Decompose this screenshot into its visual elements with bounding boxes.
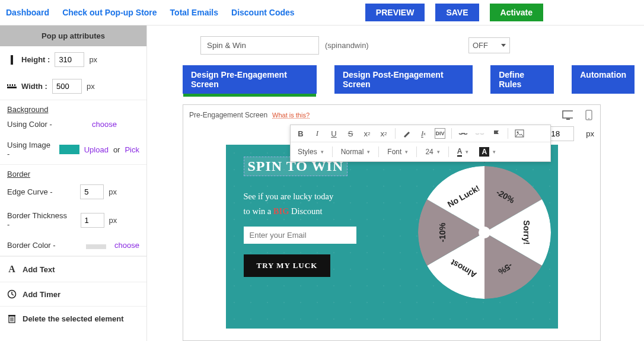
border-color-row: Border Color - choose [0,235,146,256]
sidebar: Pop up attributes Height : px Width : px… [0,26,147,341]
pick-link[interactable]: Pick [125,145,139,154]
popup-name-input[interactable] [200,36,319,55]
popup-canvas[interactable]: SPIN TO WIN See if you are lucky today t… [226,145,558,329]
text-color-select[interactable]: A▾ [455,145,471,158]
nav-popup-store[interactable]: Check out Pop-up Store [62,8,157,17]
width-unit: px [87,82,95,91]
chevron-down-icon [501,44,506,47]
svg-rect-0 [11,55,13,65]
using-image-row: Using Image - Upload or Pick [0,135,146,165]
italic-icon[interactable]: I [312,128,323,139]
border-thickness-input[interactable] [81,213,104,228]
delete-element-action[interactable]: Delete the selected element [0,306,146,330]
wheel-slice-label: -10% [438,222,447,242]
format-select[interactable]: Normal▾ [339,146,373,158]
styles-select[interactable]: Styles▾ [295,146,326,158]
height-row: Height : px [0,46,146,73]
stage: Pre-Engagement Screen What is this? Whee… [183,104,601,341]
save-button[interactable]: SAVE [435,4,479,21]
size-select[interactable]: 24▾ [423,146,442,158]
popup-subtitle[interactable]: See if you are lucky today to win a BIG … [244,189,392,218]
tab-design-post[interactable]: Design Post-Engagement Screen [334,65,473,94]
strike-icon[interactable]: S [345,128,356,139]
top-bar: Dashboard Check out Pop-up Store Total E… [0,0,644,26]
font-size-unit: px [586,129,594,138]
border-section: Border [0,165,146,179]
add-text-action[interactable]: A Add Text [0,256,146,282]
edge-curve-row: Edge Curve - px [0,179,146,205]
height-input[interactable] [55,52,84,67]
paint-icon[interactable] [401,128,412,139]
using-color-row: Using Color - choose [0,114,146,135]
bold-icon[interactable]: B [295,128,306,139]
wheel-hub [479,227,490,238]
nav-discount-codes[interactable]: Discount Codes [231,8,295,17]
width-input[interactable] [52,79,82,94]
svg-rect-8 [8,315,15,316]
image-icon[interactable] [514,128,525,139]
tab-define-rules[interactable]: Define Rules [490,65,554,94]
tab-row: Design Pre-Engagement Screen Design Post… [183,65,635,94]
trash-icon [7,314,17,323]
upload-link[interactable]: Upload [84,145,109,154]
text-icon: A [7,264,17,275]
border-thickness-unit: px [109,216,117,225]
tab-design-pre[interactable]: Design Pre-Engagement Screen [183,65,317,94]
svg-rect-5 [14,84,15,86]
svg-rect-1 [7,87,17,88]
edge-curve-input[interactable] [80,184,104,199]
top-actions: PREVIEW SAVE Activate [365,4,638,21]
add-timer-action[interactable]: Add Timer [0,282,146,306]
nav-total-emails[interactable]: Total Emails [170,8,218,17]
tab-automation[interactable]: Automation [572,65,635,94]
stage-title: Pre-Engagement Screen [189,111,267,119]
add-text-label: Add Text [23,265,55,274]
using-image-label: Using Image - [7,141,55,158]
link-icon[interactable] [458,128,468,139]
height-label: Height : [21,55,50,64]
border-color-label: Border Color - [7,241,56,250]
svg-rect-3 [9,84,11,86]
width-label: Width : [21,82,47,91]
underline-icon[interactable]: U [329,128,339,139]
height-icon [7,55,17,65]
email-input[interactable] [244,227,356,244]
what-is-this-link[interactable]: What is this? [272,111,310,119]
width-icon [7,83,17,90]
image-swatch [59,145,79,154]
status-select[interactable]: OFF [468,37,510,53]
unlink-icon[interactable] [474,128,485,139]
border-thickness-label: Border Thickness - [7,211,71,229]
wheel[interactable]: -20%Sorry!-5%Almost-10%No Luck! [418,155,551,299]
nav-dashboard[interactable]: Dashboard [6,8,49,17]
svg-rect-14 [566,119,570,120]
font-select[interactable]: Font▾ [385,146,410,158]
choose-border-color[interactable]: choose [114,241,139,250]
desktop-icon[interactable] [562,110,573,120]
font-size-input[interactable] [547,126,574,141]
wheel-slice-label: Sorry! [521,220,531,244]
bg-color-select[interactable]: A▾ [477,145,498,158]
or-text: or [113,145,120,154]
subscript-icon[interactable]: x2 [362,128,372,139]
edge-curve-label: Edge Curve - [7,187,53,196]
preview-button[interactable]: PREVIEW [365,4,425,21]
flag-icon[interactable] [491,128,502,139]
using-color-label: Using Color - [7,120,52,129]
div-icon[interactable]: DIV [435,128,445,139]
choose-color-link[interactable]: choose [92,120,117,129]
clear-format-icon[interactable]: Ix [418,128,429,139]
clock-icon [7,289,17,299]
delete-element-label: Delete the selected element [23,314,124,323]
superscript-icon[interactable]: x2 [378,128,389,139]
mobile-icon[interactable] [584,110,594,120]
add-timer-label: Add Timer [23,290,60,299]
svg-rect-4 [12,84,13,86]
content: (spinandwin) OFF Design Pre-Engagement S… [147,26,644,341]
width-row: Width : px [0,73,146,100]
svg-point-18 [517,132,519,133]
svg-point-16 [588,118,589,119]
sidebar-header: Pop up attributes [0,26,146,46]
activate-button[interactable]: Activate [490,4,543,21]
try-luck-button[interactable]: TRY MY LUCK [244,254,331,277]
